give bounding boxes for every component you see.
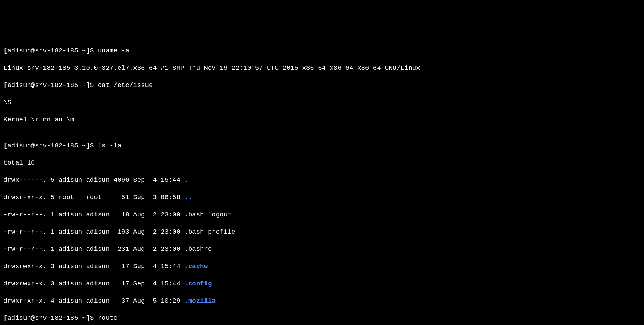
ls-row: -rw-r--r--. 1 adisun adisun 231 Aug 2 23… — [3, 245, 641, 254]
prompt-line-route: [adisun@srv-182-185 ~]$ route — [3, 314, 641, 323]
ls-dir-cache: .cache — [184, 263, 208, 270]
command-route: route — [98, 314, 118, 322]
command-uname: uname -a — [98, 47, 129, 55]
shell-prompt: [adisun@srv-182-185 ~]$ — [3, 314, 98, 322]
shell-prompt: [adisun@srv-182-185 ~]$ — [3, 47, 98, 55]
ls-row: drwx------. 5 adisun adisun 4096 Sep 4 1… — [3, 176, 641, 185]
terminal-output[interactable]: [adisun@srv-182-185 ~]$ uname -a Linux s… — [3, 38, 641, 325]
ls-row-meta: drwxrwxr-x. 3 adisun adisun 17 Sep 4 15:… — [3, 280, 184, 287]
ls-row: drwxrwxr-x. 3 adisun adisun 17 Sep 4 15:… — [3, 279, 641, 288]
prompt-line-cat: [adisun@srv-182-185 ~]$ cat /etc/issue — [3, 81, 641, 90]
output-issue-line2: Kernel \r on an \m — [3, 116, 641, 124]
ls-row: drwxr-xr-x. 5 root root 51 Sep 3 06:58 .… — [3, 193, 641, 202]
ls-row: -rw-r--r--. 1 adisun adisun 193 Aug 2 23… — [3, 228, 641, 236]
prompt-line-ls-la: [adisun@srv-182-185 ~]$ ls -la — [3, 141, 641, 150]
ls-total: total 16 — [3, 159, 641, 167]
ls-row-meta: drwxr-xr-x. 4 adisun adisun 37 Aug 5 10:… — [3, 297, 184, 305]
ls-row: drwxr-xr-x. 4 adisun adisun 37 Aug 5 10:… — [3, 297, 641, 305]
command-ls-la: ls -la — [98, 142, 121, 149]
ls-row-meta: drwxrwxr-x. 3 adisun adisun 17 Sep 4 15:… — [3, 263, 184, 270]
shell-prompt: [adisun@srv-182-185 ~]$ — [3, 81, 98, 89]
command-cat-issue: cat /etc/issue — [98, 81, 153, 89]
shell-prompt: [adisun@srv-182-185 ~]$ — [3, 142, 98, 149]
ls-row: drwxrwxr-x. 3 adisun adisun 17 Sep 4 15:… — [3, 262, 641, 271]
output-uname: Linux srv-182-185 3.10.0-327.el7.x86_64 … — [3, 64, 641, 72]
ls-dir-mozilla: .mozilla — [184, 297, 216, 305]
ls-row-meta: drwxr-xr-x. 5 root root 51 Sep 3 06:58 — [3, 194, 184, 201]
ls-row: -rw-r--r--. 1 adisun adisun 18 Aug 2 23:… — [3, 210, 641, 219]
ls-dir-config: .config — [184, 280, 212, 287]
output-issue-line1: \S — [3, 98, 641, 107]
ls-dir-dotdot: .. — [184, 194, 192, 201]
ls-row-meta: drwx------. 5 adisun adisun 4096 Sep 4 1… — [3, 176, 184, 184]
prompt-line-uname: [adisun@srv-182-185 ~]$ uname -a — [3, 47, 641, 55]
ls-dir-dot: . — [184, 176, 188, 184]
